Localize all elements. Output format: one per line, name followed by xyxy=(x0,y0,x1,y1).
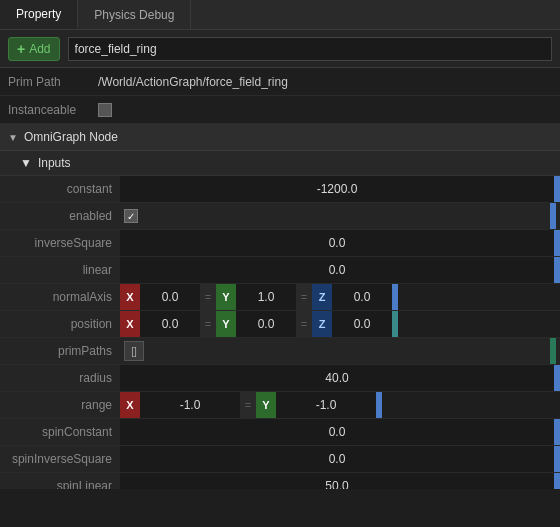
add-button[interactable]: + Add xyxy=(8,37,60,61)
primpaths-label: primPaths xyxy=(0,344,120,358)
spininversesquare-row: spinInverseSquare xyxy=(0,446,560,473)
position-eq2: = xyxy=(296,311,312,337)
section-title: OmniGraph Node xyxy=(24,130,118,144)
position-z-badge[interactable]: Z xyxy=(312,311,332,337)
position-label: position xyxy=(0,317,120,331)
tab-physics-debug[interactable]: Physics Debug xyxy=(78,0,191,29)
spinlinear-row: spinLinear xyxy=(0,473,560,489)
radius-label: radius xyxy=(0,371,120,385)
radius-row: radius xyxy=(0,365,560,392)
normalaxis-eq2: = xyxy=(296,284,312,310)
normalaxis-y-input[interactable] xyxy=(236,284,296,310)
range-x-badge[interactable]: X xyxy=(120,392,140,418)
normalaxis-content: X = Y = Z xyxy=(120,284,560,310)
constant-indicator xyxy=(554,176,560,202)
constant-label: constant xyxy=(0,182,120,196)
range-eq1: = xyxy=(240,392,256,418)
radius-content xyxy=(120,365,560,391)
position-y-input[interactable] xyxy=(236,311,296,337)
normalaxis-row: normalAxis X = Y = Z xyxy=(0,284,560,311)
constant-content xyxy=(120,176,560,202)
inversesquare-label: inverseSquare xyxy=(0,236,120,250)
linear-input[interactable] xyxy=(120,257,554,283)
spinconstant-row: spinConstant xyxy=(0,419,560,446)
enabled-content xyxy=(120,203,560,229)
spinconstant-indicator xyxy=(554,419,560,445)
inversesquare-row: inverseSquare xyxy=(0,230,560,257)
position-z-input[interactable] xyxy=(332,311,392,337)
prim-path-label: Prim Path xyxy=(8,75,98,89)
primpaths-array-icon[interactable]: [] xyxy=(124,341,144,361)
primpaths-row: primPaths [] xyxy=(0,338,560,365)
position-x-input[interactable] xyxy=(140,311,200,337)
spininversesquare-input[interactable] xyxy=(120,446,554,472)
spininversesquare-content xyxy=(120,446,560,472)
position-x-badge[interactable]: X xyxy=(120,311,140,337)
position-y-badge[interactable]: Y xyxy=(216,311,236,337)
radius-indicator xyxy=(554,365,560,391)
range-y-badge[interactable]: Y xyxy=(256,392,276,418)
normalaxis-label: normalAxis xyxy=(0,290,120,304)
inputs-subsection-header[interactable]: ▼ Inputs xyxy=(0,151,560,176)
constant-input[interactable] xyxy=(120,176,554,202)
spinlinear-label: spinLinear xyxy=(0,479,120,489)
subsection-triangle-icon: ▼ xyxy=(20,156,32,170)
range-label: range xyxy=(0,398,120,412)
tab-bar: Property Physics Debug xyxy=(0,0,560,30)
linear-label: linear xyxy=(0,263,120,277)
instanceable-row: Instanceable xyxy=(0,96,560,124)
linear-indicator xyxy=(554,257,560,283)
spinlinear-indicator xyxy=(554,473,560,489)
position-indicator xyxy=(392,311,398,337)
instanceable-checkbox[interactable] xyxy=(98,103,112,117)
instanceable-label: Instanceable xyxy=(8,103,98,117)
primpaths-indicator xyxy=(550,338,556,364)
omnigraph-section-header[interactable]: ▼ OmniGraph Node xyxy=(0,124,560,151)
normalaxis-z-input[interactable] xyxy=(332,284,392,310)
inversesquare-indicator xyxy=(554,230,560,256)
spinconstant-label: spinConstant xyxy=(0,425,120,439)
normalaxis-indicator xyxy=(392,284,398,310)
enabled-indicator xyxy=(550,203,556,229)
section-triangle-icon: ▼ xyxy=(8,132,18,143)
inversesquare-input[interactable] xyxy=(120,230,554,256)
radius-input[interactable] xyxy=(120,365,554,391)
constant-row: constant xyxy=(0,176,560,203)
range-content: X = Y xyxy=(120,392,560,418)
toolbar: + Add xyxy=(0,30,560,68)
property-panel: + Add Prim Path /World/ActionGraph/force… xyxy=(0,30,560,489)
range-x-input[interactable] xyxy=(140,392,240,418)
normalaxis-eq1: = xyxy=(200,284,216,310)
linear-row: linear xyxy=(0,257,560,284)
prim-path-row: Prim Path /World/ActionGraph/force_field… xyxy=(0,68,560,96)
range-indicator xyxy=(376,392,382,418)
tab-property[interactable]: Property xyxy=(0,0,78,29)
linear-content xyxy=(120,257,560,283)
position-eq1: = xyxy=(200,311,216,337)
spinconstant-content xyxy=(120,419,560,445)
inputs-title: Inputs xyxy=(38,156,71,170)
position-content: X = Y = Z xyxy=(120,311,560,337)
normalaxis-z-badge[interactable]: Z xyxy=(312,284,332,310)
range-y-input[interactable] xyxy=(276,392,376,418)
enabled-label: enabled xyxy=(0,209,120,223)
spinlinear-input[interactable] xyxy=(120,473,554,489)
spininversesquare-label: spinInverseSquare xyxy=(0,452,120,466)
name-input[interactable] xyxy=(68,37,552,61)
enabled-row: enabled xyxy=(0,203,560,230)
prim-path-value: /World/ActionGraph/force_field_ring xyxy=(98,75,552,89)
spinconstant-input[interactable] xyxy=(120,419,554,445)
primpaths-content: [] xyxy=(120,338,560,364)
spininversesquare-indicator xyxy=(554,446,560,472)
normalaxis-x-input[interactable] xyxy=(140,284,200,310)
range-row: range X = Y xyxy=(0,392,560,419)
position-row: position X = Y = Z xyxy=(0,311,560,338)
enabled-checkbox[interactable] xyxy=(124,209,138,223)
normalaxis-x-badge[interactable]: X xyxy=(120,284,140,310)
normalaxis-y-badge[interactable]: Y xyxy=(216,284,236,310)
spinlinear-content xyxy=(120,473,560,489)
plus-icon: + xyxy=(17,41,25,57)
inversesquare-content xyxy=(120,230,560,256)
